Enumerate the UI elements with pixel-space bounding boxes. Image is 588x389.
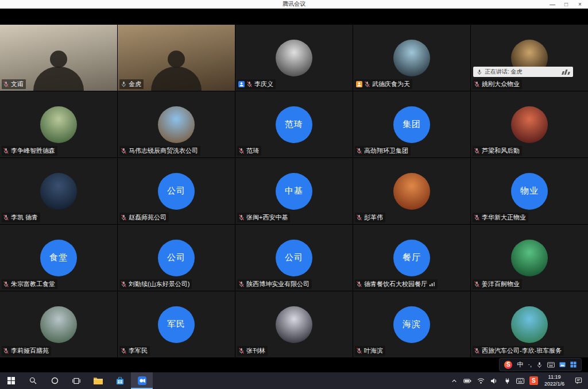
speaking-indicator: 正在讲话: 金虎 [473, 67, 573, 77]
plug-icon[interactable] [501, 372, 514, 389]
participant-tile[interactable]: 彭革伟 [353, 158, 470, 224]
participant-name-label: 马伟志锐辰商贸洗衣公司 [119, 146, 200, 156]
window-title: 腾讯会议 [283, 0, 305, 8]
file-explorer-button[interactable] [87, 372, 109, 389]
muted-mic-icon [238, 281, 245, 287]
participant-name-label: 李凯 德青 [2, 213, 40, 222]
participant-name-label: 武德庆食为天 [355, 79, 412, 89]
participant-name-label: 范琦 [237, 146, 261, 156]
hidden-icons-chevron[interactable] [448, 372, 461, 389]
participant-name-label: 高劲翔环卫集团 [355, 146, 411, 156]
participant-tile[interactable]: 马伟志锐辰商贸洗衣公司 [118, 91, 235, 157]
participant-tile[interactable]: 食堂 朱宗富教工食堂 [0, 225, 117, 291]
participant-name: 西旅汽车公司-李欣-班车服务 [482, 346, 562, 355]
battery-icon[interactable] [461, 372, 474, 389]
participant-name-label: 姚刚大众物业 [473, 79, 522, 89]
clock-time: 11:19 [544, 374, 564, 381]
participant-name-label: 刘勤续(山东好景公司) [119, 279, 192, 289]
participant-tile[interactable]: 姜洋百舸物业 [471, 225, 588, 291]
participant-name: 范琦 [246, 147, 259, 155]
participant-tile[interactable]: 张刊林 [235, 291, 353, 357]
participant-tile[interactable]: 公司 刘勤续(山东好景公司) [118, 225, 235, 291]
participant-tile[interactable]: 文甫 [0, 25, 117, 91]
maximize-button[interactable]: □ [559, 0, 573, 9]
participant-name-label: 西旅汽车公司-李欣-班车服务 [473, 346, 564, 356]
ime-keyboard-icon[interactable] [547, 362, 555, 368]
touch-keyboard-icon[interactable] [514, 372, 527, 389]
participant-tile[interactable]: 范琦 范琦 [235, 91, 353, 157]
ime-mode-indicator[interactable]: 中 [517, 361, 523, 368]
start-button[interactable] [0, 372, 22, 389]
ime-toolbox-icon[interactable] [570, 361, 577, 368]
muted-mic-icon [3, 148, 9, 154]
tencent-meeting-window: 腾讯会议 — □ × 文甫 [0, 0, 588, 389]
participant-avatar: 物业 [511, 173, 548, 210]
ime-skin-icon[interactable] [559, 361, 566, 368]
participant-tile[interactable]: 军民 李军民 [118, 291, 235, 357]
ime-mic-icon[interactable] [536, 361, 543, 368]
sogou-ime-toolbar[interactable]: S 中 ·, [500, 359, 581, 371]
participant-name-label: 李华新大正物业 [473, 213, 528, 222]
participant-name: 李凯 德青 [11, 213, 38, 222]
muted-mic-icon [3, 348, 9, 354]
participant-name-label: 彭革伟 [355, 213, 385, 222]
participant-tile[interactable]: 李争峰智胜德森 [0, 91, 117, 157]
participant-tile[interactable]: 李莉娅百膳苑 [0, 291, 117, 357]
participant-tile[interactable]: 公司 陕西博坤实业有限公司 [235, 225, 353, 291]
store-button[interactable] [109, 372, 131, 389]
volume-icon[interactable] [488, 372, 501, 389]
task-view-icon [72, 378, 80, 384]
participant-avatar [40, 306, 77, 343]
avatar-initials: 公司 [167, 186, 185, 197]
participant-tile[interactable]: 公司 赵磊师苑公司 [118, 158, 235, 224]
search-button[interactable] [22, 372, 44, 389]
participant-avatar [158, 106, 195, 143]
participant-name-label: 陕西博坤实业有限公司 [237, 279, 312, 289]
muted-mic-icon [356, 148, 362, 154]
ime-punctuation-indicator[interactable]: ·, [528, 361, 532, 368]
meeting-app-button[interactable] [131, 372, 153, 389]
taskbar-app-icons [0, 372, 153, 389]
muted-mic-icon [121, 214, 127, 221]
muted-mic-icon [3, 214, 9, 221]
participant-tile[interactable]: 集团 高劲翔环卫集团 [353, 91, 470, 157]
tencent-meeting-icon [138, 376, 146, 385]
participant-tile[interactable]: 李庆义 [235, 25, 353, 91]
taskbar-clock[interactable]: 11:19 2022/1/6 [540, 374, 568, 387]
cortana-button[interactable] [44, 372, 65, 389]
speaking-mic-icon [477, 69, 482, 75]
meeting-top-bar [0, 9, 588, 25]
user-role-badge-icon [238, 81, 245, 87]
participant-tile[interactable]: 金虎 [118, 25, 235, 91]
participant-tile[interactable]: 中基 张闽+西安中基 [235, 158, 353, 224]
participant-tile[interactable]: 物业 李华新大正物业 [471, 158, 588, 224]
folder-icon [94, 377, 103, 384]
participant-tile[interactable]: 西旅汽车公司-李欣-班车服务 [471, 291, 588, 357]
participant-tile[interactable]: 餐厅 德青餐饮石大校园餐厅 [353, 225, 470, 291]
participant-tile[interactable]: 姚刚大众物业 正在讲话: 金虎 [471, 25, 588, 91]
participant-name: 赵磊师苑公司 [129, 213, 167, 222]
participant-name-label: 金虎 [119, 79, 144, 89]
muted-mic-icon [238, 148, 245, 154]
participant-name-label: 李争峰智胜德森 [2, 146, 57, 156]
wifi-icon[interactable] [474, 372, 488, 389]
participant-name: 张刊林 [246, 346, 265, 355]
participant-tile[interactable]: 李凯 德青 [0, 158, 117, 224]
minimize-button[interactable]: — [546, 0, 559, 9]
sogou-tray-icon[interactable]: S [527, 372, 540, 389]
sogou-logo-icon[interactable]: S [504, 361, 512, 369]
person-silhouette-body [33, 67, 84, 91]
avatar-initials: 中基 [285, 186, 303, 197]
muted-mic-icon [3, 81, 9, 87]
participant-name: 叶海滨 [364, 346, 383, 355]
participant-tile[interactable]: 芦梁和风后勤 [471, 91, 588, 157]
participant-tile[interactable]: 武德庆食为天 [353, 25, 470, 91]
close-button[interactable]: × [573, 0, 587, 9]
participant-avatar [276, 40, 312, 76]
action-center-button[interactable] [568, 372, 588, 389]
muted-mic-icon [364, 81, 370, 87]
participant-name-label: 芦梁和风后勤 [473, 146, 522, 156]
participant-tile[interactable]: 海滨 叶海滨 [353, 291, 470, 357]
participant-name: 德青餐饮石大校园餐厅 [364, 280, 427, 288]
task-view-button[interactable] [65, 372, 87, 389]
